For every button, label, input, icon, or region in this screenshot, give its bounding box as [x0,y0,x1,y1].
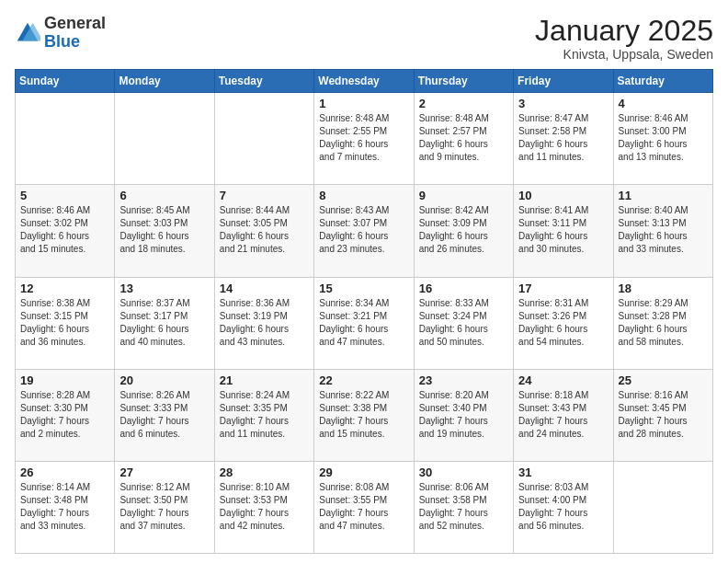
col-sunday: Sunday [16,70,115,93]
day-number: 23 [419,373,508,387]
day-info: Sunrise: 8:34 AM Sunset: 3:21 PM Dayligh… [319,297,408,349]
day-info: Sunrise: 8:47 AM Sunset: 2:58 PM Dayligh… [518,112,608,164]
day-number: 26 [20,465,109,479]
day-number: 15 [319,282,408,295]
calendar-cell: 9Sunrise: 8:42 AM Sunset: 3:09 PM Daylig… [414,185,513,277]
calendar-cell: 8Sunrise: 8:43 AM Sunset: 3:07 PM Daylig… [314,185,414,277]
day-info: Sunrise: 8:26 AM Sunset: 3:33 PM Dayligh… [119,389,209,441]
day-info: Sunrise: 8:45 AM Sunset: 3:03 PM Dayligh… [119,204,209,256]
day-number: 30 [419,465,508,479]
calendar-cell: 30Sunrise: 8:06 AM Sunset: 3:58 PM Dayli… [414,461,513,553]
day-info: Sunrise: 8:08 AM Sunset: 3:55 PM Dayligh… [319,481,408,533]
calendar-week-1: 1Sunrise: 8:48 AM Sunset: 2:55 PM Daylig… [16,93,713,185]
calendar-cell: 26Sunrise: 8:14 AM Sunset: 3:48 PM Dayli… [16,461,115,553]
calendar-week-4: 19Sunrise: 8:28 AM Sunset: 3:30 PM Dayli… [16,369,713,461]
calendar-cell: 23Sunrise: 8:20 AM Sunset: 3:40 PM Dayli… [414,369,513,461]
calendar-cell: 22Sunrise: 8:22 AM Sunset: 3:38 PM Dayli… [314,369,414,461]
page-container: General Blue January 2025 Knivsta, Uppsa… [0,0,728,563]
col-friday: Friday [514,70,613,93]
col-saturday: Saturday [613,70,712,93]
day-info: Sunrise: 8:14 AM Sunset: 3:48 PM Dayligh… [20,481,109,533]
col-tuesday: Tuesday [214,70,313,93]
calendar-cell [115,93,214,185]
logo-blue: Blue [44,32,80,51]
col-thursday: Thursday [414,70,513,93]
calendar-cell: 12Sunrise: 8:38 AM Sunset: 3:15 PM Dayli… [16,277,115,369]
day-info: Sunrise: 8:16 AM Sunset: 3:45 PM Dayligh… [619,389,708,441]
day-number: 11 [619,189,708,202]
calendar-cell: 2Sunrise: 8:48 AM Sunset: 2:57 PM Daylig… [414,93,513,185]
calendar-week-3: 12Sunrise: 8:38 AM Sunset: 3:15 PM Dayli… [16,277,713,369]
day-number: 6 [119,189,209,202]
day-info: Sunrise: 8:06 AM Sunset: 3:58 PM Dayligh… [419,481,508,533]
calendar-cell: 25Sunrise: 8:16 AM Sunset: 3:45 PM Dayli… [613,369,712,461]
day-info: Sunrise: 8:46 AM Sunset: 3:00 PM Dayligh… [619,112,708,164]
day-info: Sunrise: 8:10 AM Sunset: 3:53 PM Dayligh… [220,481,309,533]
day-info: Sunrise: 8:12 AM Sunset: 3:50 PM Dayligh… [119,481,209,533]
day-info: Sunrise: 8:24 AM Sunset: 3:35 PM Dayligh… [220,389,309,441]
calendar-cell: 6Sunrise: 8:45 AM Sunset: 3:03 PM Daylig… [115,185,214,277]
calendar-week-2: 5Sunrise: 8:46 AM Sunset: 3:02 PM Daylig… [16,185,713,277]
calendar-cell: 29Sunrise: 8:08 AM Sunset: 3:55 PM Dayli… [314,461,414,553]
logo-icon [15,20,40,46]
day-info: Sunrise: 8:22 AM Sunset: 3:38 PM Dayligh… [319,389,408,441]
day-info: Sunrise: 8:31 AM Sunset: 3:26 PM Dayligh… [518,297,608,349]
calendar-cell: 16Sunrise: 8:33 AM Sunset: 3:24 PM Dayli… [414,277,513,369]
title-block: January 2025 Knivsta, Uppsala, Sweden [535,15,713,62]
calendar-cell: 27Sunrise: 8:12 AM Sunset: 3:50 PM Dayli… [115,461,214,553]
day-info: Sunrise: 8:41 AM Sunset: 3:11 PM Dayligh… [518,204,608,256]
day-number: 29 [319,465,408,479]
day-info: Sunrise: 8:38 AM Sunset: 3:15 PM Dayligh… [20,297,109,349]
day-number: 28 [220,465,309,479]
day-info: Sunrise: 8:36 AM Sunset: 3:19 PM Dayligh… [220,297,309,349]
calendar-cell: 10Sunrise: 8:41 AM Sunset: 3:11 PM Dayli… [514,185,613,277]
day-number: 17 [518,282,608,295]
header: General Blue January 2025 Knivsta, Uppsa… [15,15,713,62]
day-number: 22 [319,373,408,387]
day-info: Sunrise: 8:44 AM Sunset: 3:05 PM Dayligh… [220,204,309,256]
day-number: 7 [220,189,309,202]
calendar-cell: 5Sunrise: 8:46 AM Sunset: 3:02 PM Daylig… [16,185,115,277]
day-number: 14 [220,282,309,295]
calendar-week-5: 26Sunrise: 8:14 AM Sunset: 3:48 PM Dayli… [16,461,713,553]
calendar-cell [214,93,313,185]
day-info: Sunrise: 8:28 AM Sunset: 3:30 PM Dayligh… [20,389,109,441]
day-number: 4 [619,97,708,110]
day-info: Sunrise: 8:42 AM Sunset: 3:09 PM Dayligh… [419,204,508,256]
logo-text: General Blue [44,15,106,52]
day-number: 18 [619,282,708,295]
day-number: 8 [319,189,408,202]
day-number: 10 [518,189,608,202]
day-info: Sunrise: 8:29 AM Sunset: 3:28 PM Dayligh… [619,297,708,349]
calendar-cell: 31Sunrise: 8:03 AM Sunset: 4:00 PM Dayli… [514,461,613,553]
calendar-cell: 3Sunrise: 8:47 AM Sunset: 2:58 PM Daylig… [514,93,613,185]
calendar-cell: 24Sunrise: 8:18 AM Sunset: 3:43 PM Dayli… [514,369,613,461]
calendar-cell: 20Sunrise: 8:26 AM Sunset: 3:33 PM Dayli… [115,369,214,461]
day-number: 24 [518,373,608,387]
subtitle: Knivsta, Uppsala, Sweden [535,47,713,62]
day-number: 2 [419,97,508,110]
calendar-cell: 15Sunrise: 8:34 AM Sunset: 3:21 PM Dayli… [314,277,414,369]
calendar-cell: 17Sunrise: 8:31 AM Sunset: 3:26 PM Dayli… [514,277,613,369]
day-info: Sunrise: 8:46 AM Sunset: 3:02 PM Dayligh… [20,204,109,256]
day-number: 27 [119,465,209,479]
day-number: 16 [419,282,508,295]
day-number: 12 [20,282,109,295]
day-number: 3 [518,97,608,110]
calendar-header-row: Sunday Monday Tuesday Wednesday Thursday… [16,70,713,93]
day-number: 5 [20,189,109,202]
calendar-cell: 11Sunrise: 8:40 AM Sunset: 3:13 PM Dayli… [613,185,712,277]
calendar-cell: 1Sunrise: 8:48 AM Sunset: 2:55 PM Daylig… [314,93,414,185]
calendar-cell [613,461,712,553]
col-monday: Monday [115,70,214,93]
calendar-cell: 21Sunrise: 8:24 AM Sunset: 3:35 PM Dayli… [214,369,313,461]
day-number: 1 [319,97,408,110]
day-info: Sunrise: 8:40 AM Sunset: 3:13 PM Dayligh… [619,204,708,256]
day-number: 20 [119,373,209,387]
day-info: Sunrise: 8:18 AM Sunset: 3:43 PM Dayligh… [518,389,608,441]
calendar-cell: 28Sunrise: 8:10 AM Sunset: 3:53 PM Dayli… [214,461,313,553]
calendar-cell [16,93,115,185]
day-info: Sunrise: 8:33 AM Sunset: 3:24 PM Dayligh… [419,297,508,349]
calendar-cell: 7Sunrise: 8:44 AM Sunset: 3:05 PM Daylig… [214,185,313,277]
calendar-cell: 18Sunrise: 8:29 AM Sunset: 3:28 PM Dayli… [613,277,712,369]
